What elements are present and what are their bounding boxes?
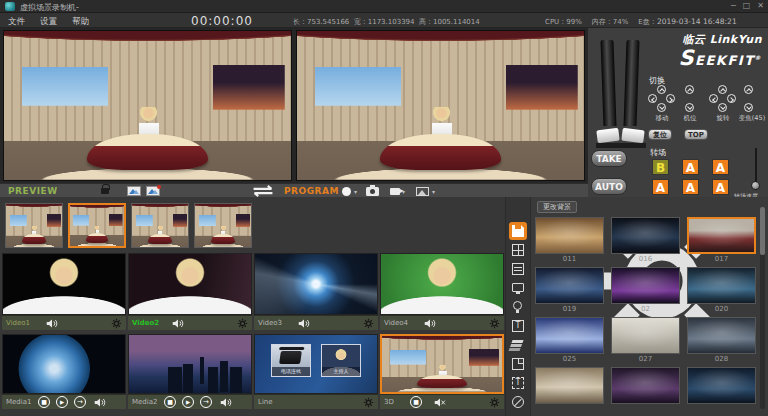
video2-thumbnail[interactable] [128, 253, 252, 315]
zoom-out-button[interactable] [744, 103, 753, 112]
scene-thumbnail-selected[interactable] [687, 217, 756, 254]
rotate-right-button[interactable] [727, 94, 736, 103]
play-button[interactable] [56, 396, 68, 408]
image-overlay-add-icon[interactable] [146, 186, 160, 196]
gear-icon[interactable] [509, 203, 527, 221]
speaker-icon[interactable] [298, 319, 310, 328]
scene-thumbnail[interactable] [611, 267, 680, 304]
scene-thumbnail[interactable] [687, 267, 756, 304]
transition-b-button[interactable]: B [652, 159, 669, 175]
video3-thumbnail[interactable] [254, 253, 378, 315]
camera-preset-2-selected[interactable] [68, 203, 126, 248]
scrollbar-thumb[interactable] [760, 207, 765, 255]
picture-caret-icon[interactable]: ▾ [432, 188, 435, 195]
camera-preset-3[interactable] [131, 203, 189, 248]
swap-preview-program-icon[interactable] [247, 185, 279, 197]
t-bar-fader[interactable] [592, 32, 650, 148]
menu-settings[interactable]: 设置 [40, 16, 57, 28]
record-caret-icon[interactable]: ▾ [354, 188, 357, 195]
speaker-icon[interactable] [94, 398, 106, 407]
scene-thumbnail[interactable] [535, 367, 604, 404]
gear-icon[interactable] [111, 318, 122, 329]
line-thumbnail[interactable]: 电话连线 主持人 [254, 334, 378, 394]
phone-line-box[interactable]: 电话连线 [271, 344, 311, 376]
subtitle-icon[interactable] [509, 317, 527, 335]
layout-grid-icon[interactable] [509, 241, 527, 259]
text-icon[interactable] [509, 374, 527, 392]
stop-button[interactable] [164, 396, 176, 408]
gear-icon[interactable] [363, 397, 374, 408]
speaker-icon[interactable] [172, 319, 184, 328]
program-monitor[interactable] [296, 30, 585, 181]
stop-button[interactable] [38, 396, 50, 408]
camcorder-caret-icon[interactable]: ▾ [402, 188, 405, 195]
virtual-3d-thumbnail-selected[interactable] [380, 334, 504, 394]
disable-icon[interactable] [509, 393, 527, 411]
scene-thumbnail[interactable] [535, 217, 604, 254]
top-button[interactable]: TOP [684, 129, 708, 140]
camera-preset-4[interactable] [194, 203, 252, 248]
reset-button[interactable]: 复位 [648, 129, 672, 140]
scene-thumbnail[interactable] [535, 267, 604, 304]
transition-a-button[interactable]: A [712, 159, 729, 175]
host-box[interactable]: 主持人 [321, 344, 361, 376]
rotate-up-button[interactable] [718, 85, 727, 94]
image-overlay-icon[interactable] [127, 186, 141, 196]
close-button[interactable]: ✕ [757, 1, 764, 10]
scene-thumbnail[interactable] [611, 317, 680, 354]
scene-thumbnail[interactable] [687, 317, 756, 354]
auto-button[interactable]: AUTO [591, 178, 627, 195]
rotate-down-button[interactable] [718, 103, 727, 112]
transition-speed-slider[interactable] [751, 148, 761, 190]
minimize-button[interactable]: ─ [731, 1, 736, 10]
loop-button[interactable] [74, 396, 86, 408]
take-button[interactable]: TAKE [591, 150, 627, 167]
maximize-button[interactable]: □ [743, 1, 751, 10]
play-button[interactable] [182, 396, 194, 408]
scene-thumbnail[interactable] [611, 367, 680, 404]
loop-button[interactable] [200, 396, 212, 408]
camera-preset-1[interactable] [5, 203, 63, 248]
transition-a-button[interactable]: A [712, 179, 729, 195]
menu-file[interactable]: 文件 [8, 16, 25, 28]
bulb-icon[interactable] [509, 298, 527, 316]
zoom-in-button[interactable] [744, 85, 753, 94]
move-down-button[interactable] [657, 103, 666, 112]
video1-thumbnail[interactable] [2, 253, 126, 315]
gear-icon[interactable] [237, 318, 248, 329]
stop-button[interactable] [410, 396, 422, 408]
gear-icon[interactable] [489, 318, 500, 329]
frame-icon[interactable] [509, 355, 527, 373]
rotate-left-button[interactable] [709, 94, 718, 103]
scene-thumbnail[interactable] [535, 317, 604, 354]
speaker-icon[interactable] [46, 319, 58, 328]
lock-icon[interactable] [101, 188, 109, 194]
t-bar-handle[interactable] [621, 128, 644, 144]
camera-down-button[interactable] [685, 103, 694, 112]
camcorder-icon[interactable] [390, 188, 400, 195]
save-icon[interactable] [509, 222, 527, 240]
scrollbar-track[interactable] [760, 207, 765, 409]
monitor-icon[interactable] [509, 279, 527, 297]
gear-icon[interactable] [363, 318, 374, 329]
layers-icon[interactable] [509, 336, 527, 354]
camera-up-button[interactable] [685, 85, 694, 94]
media1-thumbnail[interactable] [2, 334, 126, 394]
transition-a-button[interactable]: A [682, 159, 699, 175]
scene-thumbnail[interactable] [611, 217, 680, 254]
speaker-muted-icon[interactable] [434, 398, 446, 407]
record-icon[interactable] [342, 187, 351, 196]
scene-thumbnail[interactable] [687, 367, 756, 404]
video4-thumbnail[interactable] [380, 253, 504, 315]
menu-help[interactable]: 帮助 [72, 16, 89, 28]
preview-monitor[interactable] [3, 30, 292, 181]
transition-a-button[interactable]: A [682, 179, 699, 195]
t-bar-handle[interactable] [596, 128, 619, 144]
playlist-icon[interactable] [509, 260, 527, 278]
picture-icon[interactable] [416, 187, 429, 196]
snapshot-camera-icon[interactable] [366, 187, 379, 196]
move-up-button[interactable] [657, 85, 666, 94]
change-background-tab[interactable]: 更改背景 [537, 201, 577, 213]
transition-a-button[interactable]: A [652, 179, 669, 195]
gear-icon[interactable] [489, 397, 500, 408]
